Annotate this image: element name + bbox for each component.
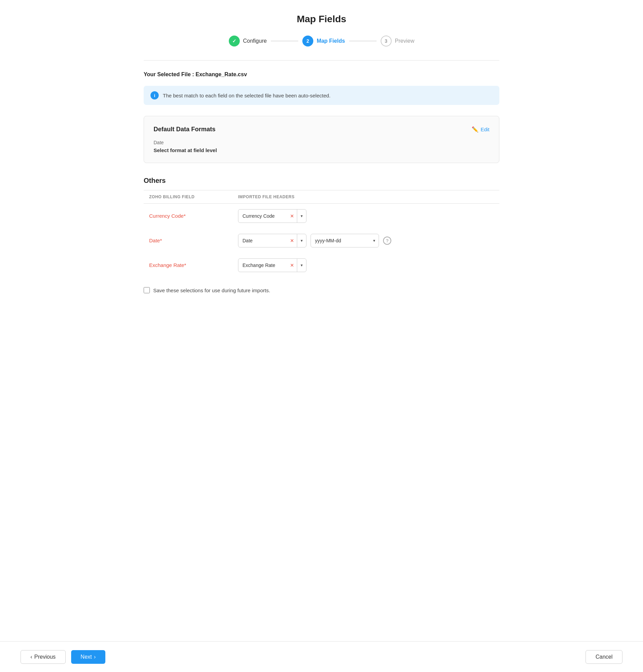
save-selections-checkbox[interactable] bbox=[144, 287, 150, 293]
stepper: ✓ Configure 2 Map Fields 3 Preview bbox=[144, 36, 499, 47]
info-icon: i bbox=[150, 91, 159, 99]
info-banner: i The best match to each field on the se… bbox=[144, 86, 499, 105]
date-clear-icon[interactable]: ✕ bbox=[287, 238, 297, 244]
step-line-2 bbox=[349, 41, 377, 41]
table-row: Currency Code* Currency Code ✕ ▾ bbox=[144, 204, 499, 229]
currency-code-select[interactable]: Currency Code ✕ ▾ bbox=[238, 209, 306, 223]
prev-arrow-icon: ‹ bbox=[31, 654, 32, 660]
date-select-value: Date bbox=[239, 238, 287, 244]
previous-label: Previous bbox=[34, 654, 56, 660]
step-preview: 3 Preview bbox=[381, 36, 414, 47]
field-label-date: Date* bbox=[149, 238, 162, 244]
field-mapping-table: ZOHO BILLING FIELD IMPORTED FILE HEADERS… bbox=[144, 190, 499, 277]
step-configure: ✓ Configure bbox=[229, 36, 267, 47]
exchange-rate-arrow-icon[interactable]: ▾ bbox=[297, 259, 306, 272]
previous-button[interactable]: ‹ Previous bbox=[21, 650, 66, 664]
currency-code-clear-icon[interactable]: ✕ bbox=[287, 213, 297, 219]
table-row: Exchange Rate* Exchange Rate ✕ ▾ bbox=[144, 253, 499, 277]
edit-icon: ✏️ bbox=[472, 126, 478, 133]
step-2-label: Map Fields bbox=[317, 38, 345, 44]
date-format-select-value: yyyy-MM-dd bbox=[311, 238, 370, 244]
next-arrow-icon: › bbox=[94, 654, 95, 660]
save-selections-row: Save these selections for use during fut… bbox=[144, 287, 499, 293]
info-banner-text: The best match to each field on the sele… bbox=[163, 92, 330, 98]
next-button[interactable]: Next › bbox=[71, 650, 105, 664]
date-format-value: Select format at field level bbox=[154, 147, 489, 153]
table-row: Date* Date ✕ ▾ yyyy-MM-dd ▾ ? bbox=[144, 228, 499, 253]
date-help-icon[interactable]: ? bbox=[383, 237, 391, 245]
field-controls-date: Date ✕ ▾ yyyy-MM-dd ▾ ? bbox=[238, 234, 494, 248]
date-select[interactable]: Date ✕ ▾ bbox=[238, 234, 306, 248]
col-zoho-billing-field: ZOHO BILLING FIELD bbox=[144, 190, 233, 204]
date-format-arrow-icon[interactable]: ▾ bbox=[370, 238, 379, 243]
step-2-circle: 2 bbox=[302, 36, 313, 47]
step-line-1 bbox=[271, 41, 298, 41]
exchange-rate-select[interactable]: Exchange Rate ✕ ▾ bbox=[238, 258, 306, 272]
date-arrow-icon[interactable]: ▾ bbox=[297, 234, 306, 247]
edit-button[interactable]: ✏️ Edit bbox=[472, 126, 489, 133]
exchange-rate-select-value: Exchange Rate bbox=[239, 262, 287, 268]
card-title: Default Data Formats bbox=[154, 126, 216, 133]
field-controls-currency-code: Currency Code ✕ ▾ bbox=[238, 209, 494, 223]
exchange-rate-clear-icon[interactable]: ✕ bbox=[287, 262, 297, 268]
next-label: Next bbox=[81, 654, 92, 660]
selected-file-name: Exchange_Rate.csv bbox=[196, 72, 247, 77]
date-format-label: Date bbox=[154, 140, 489, 145]
cancel-button[interactable]: Cancel bbox=[585, 650, 622, 664]
page-title: Map Fields bbox=[144, 14, 499, 25]
footer-left-buttons: ‹ Previous Next › bbox=[21, 650, 105, 664]
date-format-select[interactable]: yyyy-MM-dd ▾ bbox=[311, 234, 379, 248]
currency-code-select-value: Currency Code bbox=[239, 213, 287, 219]
field-label-exchange-rate: Exchange Rate* bbox=[149, 262, 186, 268]
step-1-label: Configure bbox=[243, 38, 267, 44]
card-header: Default Data Formats ✏️ Edit bbox=[154, 126, 489, 133]
others-section-title: Others bbox=[144, 177, 499, 185]
field-label-currency-code: Currency Code* bbox=[149, 213, 186, 219]
step-3-label: Preview bbox=[395, 38, 414, 44]
header-divider bbox=[144, 60, 499, 61]
currency-code-arrow-icon[interactable]: ▾ bbox=[297, 210, 306, 223]
default-data-formats-card: Default Data Formats ✏️ Edit Date Select… bbox=[144, 116, 499, 163]
save-selections-label[interactable]: Save these selections for use during fut… bbox=[153, 287, 270, 293]
field-controls-exchange-rate: Exchange Rate ✕ ▾ bbox=[238, 258, 494, 272]
step-map-fields: 2 Map Fields bbox=[302, 36, 345, 47]
footer: ‹ Previous Next › Cancel bbox=[0, 641, 643, 672]
edit-label: Edit bbox=[481, 126, 489, 132]
step-3-circle: 3 bbox=[381, 36, 392, 47]
col-imported-file-headers: IMPORTED FILE HEADERS bbox=[233, 190, 499, 204]
step-1-circle: ✓ bbox=[229, 36, 240, 47]
selected-file-info: Your Selected File : Exchange_Rate.csv bbox=[144, 72, 499, 78]
selected-file-label: Your Selected File : bbox=[144, 72, 196, 77]
